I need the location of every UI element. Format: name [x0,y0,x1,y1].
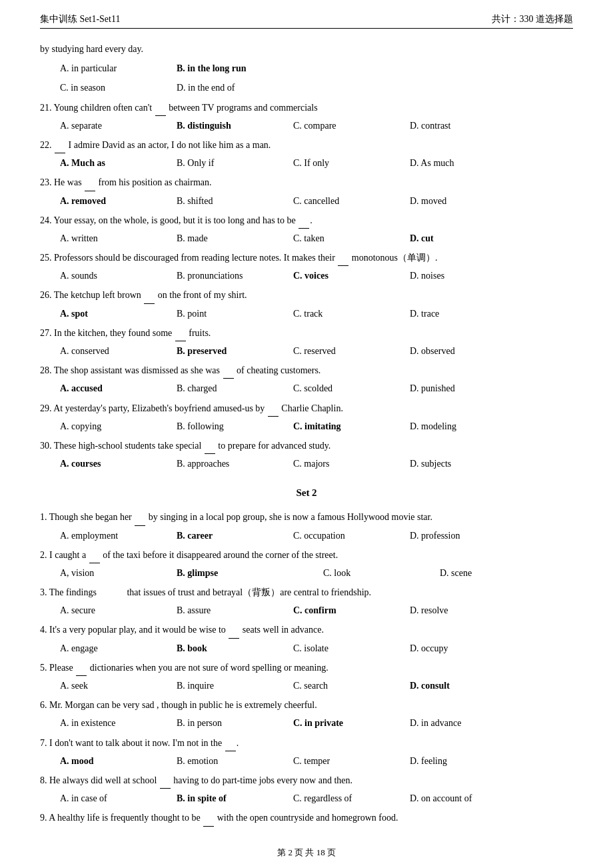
q29-opt-a: A. copying [60,418,177,435]
page-footer: 第 2 页 共 18 页 [40,847,573,859]
q26-text: 26. The ketchup left brown on the front … [40,287,573,303]
q23-text: 23. He was from his position as chairman… [40,174,573,191]
q21-opt-c: C. compare [293,117,410,134]
s2-q7-opt-c: C. temper [293,753,410,769]
question-23: 23. He was from his position as chairman… [40,174,573,209]
q27-text: 27. In the kitchen, they found some frui… [40,325,573,341]
q22-opt-c: C. If only [293,155,410,171]
q30-opt-c: C. majors [293,455,410,472]
q21-opt-a: A. separate [60,117,177,134]
footer-text: 第 2 页 共 18 页 [277,847,336,857]
q21-opt-b: B. distinguish [177,117,293,134]
s2-q7-opt-b: B. emotion [177,753,293,769]
s2-question-1: 1. Though she began her by singing in a … [40,509,573,543]
s2-question-9: 9. A healthy life is frequently thought … [40,809,573,826]
s2-q7-options: A. mood B. emotion C. temper D. feeling [40,753,573,769]
s2-q6-opt-d: D. in advance [410,715,526,731]
q21-options: A. separate B. distinguish C. compare D.… [40,117,573,134]
option-d-prev: D. in the end of [177,79,293,96]
q26-options: A. spot B. point C. track D. trace [40,305,573,322]
q23-options: A. removed B. shifted C. cancelled D. mo… [40,193,573,209]
s2-q5-text: 5. Please dictionaries when you are not … [40,659,573,676]
q23-opt-a: A. removed [60,193,177,209]
q26-opt-c: C. track [293,305,410,322]
s2-q5-opt-d: D. consult [410,677,526,694]
s2-question-7: 7. I don't want to talk about it now. I'… [40,735,573,769]
question-21: 21. Young children often can't between T… [40,99,573,134]
s2-q7-text: 7. I don't want to talk about it now. I'… [40,735,573,751]
s2-q2-opt-d: D. scene [440,565,556,581]
q22-opt-a: A. Much as [60,155,177,171]
q25-opt-c: C. voices [293,267,410,284]
s2-q5-opt-a: A. seek [60,677,177,694]
s2-q6-text: 6. Mr. Morgan can be very sad , though i… [40,697,573,713]
q24-opt-c: C. taken [293,230,410,247]
q25-text: 25. Professors should be discouraged fro… [40,249,573,266]
s2-question-2: 2. I caught a of the taxi before it disa… [40,547,573,581]
options-row-prev: A. in particular B. in the long run [40,60,573,77]
question-28: 28. The shop assistant was dismissed as … [40,362,573,397]
s2-q1-opt-b: B. career [177,527,293,544]
q27-opt-b: B. preserved [177,343,293,359]
q21-text: 21. Young children often can't between T… [40,99,573,116]
q28-text: 28. The shop assistant was dismissed as … [40,362,573,379]
s2-q3-opt-a: A. secure [60,602,177,619]
q27-opt-c: C. reserved [293,343,410,359]
q28-opt-a: A. accused [60,380,177,397]
q25-opt-d: D. noises [410,267,526,284]
s2-q3-opt-d: D. resolve [410,602,526,619]
option-c-prev: C. in season [60,79,177,96]
q29-opt-d: D. modeling [410,418,526,435]
s2-q4-options: A. engage B. book C. isolate D. occupy [40,640,573,657]
q27-options: A. conserved B. preserved C. reserved D.… [40,343,573,359]
q27-opt-a: A. conserved [60,343,177,359]
question-30: 30. These high-school students take spec… [40,437,573,472]
header-left: 集中训练 Set1-Set11 [40,13,120,25]
s2-q3-options: A. secure B. assure C. confirm D. resolv… [40,602,573,619]
s2-question-6: 6. Mr. Morgan can be very sad , though i… [40,697,573,731]
s2-q1-text: 1. Though she began her by singing in a … [40,509,573,525]
q25-opt-b: B. pronunciations [177,267,293,284]
s2-q7-opt-d: D. feeling [410,753,526,769]
question-25: 25. Professors should be discouraged fro… [40,249,573,284]
q22-opt-d: D. As much [410,155,526,171]
s2-q8-opt-b: B. in spite of [177,790,293,807]
question-22: 22. I admire David as an actor, I do not… [40,137,573,171]
s2-q6-opt-a: A. in existence [60,715,177,731]
q28-opt-d: D. punished [410,380,526,397]
s2-q6-opt-c: C. in private [293,715,410,731]
s2-q9-text: 9. A healthy life is frequently thought … [40,809,573,826]
s2-q5-opt-b: B. inquire [177,677,293,694]
q24-opt-a: A. written [60,230,177,247]
q22-opt-b: B. Only if [177,155,293,171]
q30-options: A. courses B. approaches C. majors D. su… [40,455,573,472]
s2-q4-opt-c: C. isolate [293,640,410,657]
q24-text: 24. Your essay, on the whole, is good, b… [40,212,573,229]
s2-q2-opt-c: C. look [323,565,440,581]
q25-options: A. sounds B. pronunciations C. voices D.… [40,267,573,284]
header-right: 共计：330 道选择题 [492,13,574,25]
options-row-prev2: C. in season D. in the end of [40,79,573,96]
q29-opt-b: B. following [177,418,293,435]
page-header: 集中训练 Set1-Set11 共计：330 道选择题 [40,13,573,29]
s2-q3-text: 3. The findings that issues of trust and… [40,584,573,601]
s2-q4-opt-a: A. engage [60,640,177,657]
s2-question-8: 8. He always did well at school having t… [40,772,573,807]
q22-text: 22. I admire David as an actor, I do not… [40,137,573,153]
q23-opt-d: D. moved [410,193,526,209]
s2-q3-opt-c: C. confirm [293,602,410,619]
question-24: 24. Your essay, on the whole, is good, b… [40,212,573,247]
s2-q7-opt-a: A. mood [60,753,177,769]
s2-q2-options: A, vision B. glimpse C. look D. scene [40,565,573,581]
q30-text: 30. These high-school students take spec… [40,437,573,454]
q28-opt-c: C. scolded [293,380,410,397]
s2-q8-opt-d: D. on account of [410,790,526,807]
q29-opt-c: C. imitating [293,418,410,435]
s2-q1-opt-c: C. occupation [293,527,410,544]
s2-q2-text: 2. I caught a of the taxi before it disa… [40,547,573,563]
q24-opt-d: D. cut [410,230,526,247]
s2-q3-opt-b: B. assure [177,602,293,619]
intro-line: by studying hard every day. [40,41,573,57]
s2-q4-text: 4. It's a very popular play, and it woul… [40,621,573,638]
main-content: by studying hard every day. A. in partic… [40,41,573,827]
